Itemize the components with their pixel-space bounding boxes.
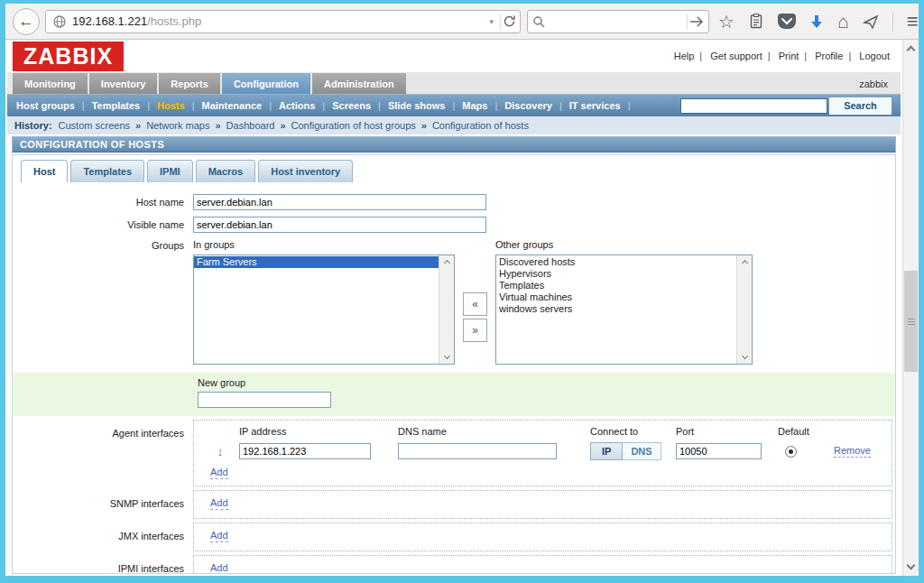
- logged-in-user[interactable]: zabbix: [859, 79, 888, 89]
- host-config-panel: Host Templates IPMI Macros Host inventor…: [12, 154, 896, 574]
- subnav-it-services[interactable]: IT services: [569, 100, 638, 111]
- tab-ipmi[interactable]: IPMI: [147, 160, 193, 182]
- search-button[interactable]: Search: [829, 97, 892, 115]
- bookmark-star-icon[interactable]: ☆: [718, 13, 735, 31]
- browser-window: ← 192.168.1.221/hosts.php ▾ ☆: [0, 0, 924, 583]
- nav-tab-monitoring[interactable]: Monitoring: [13, 73, 88, 94]
- default-radio[interactable]: [785, 446, 797, 458]
- visible-name-input[interactable]: [193, 217, 486, 233]
- scroll-up-icon[interactable]: [741, 260, 747, 266]
- search-icon: [532, 15, 545, 28]
- print-link[interactable]: Print: [779, 51, 812, 61]
- agent-port-input[interactable]: [676, 443, 762, 459]
- home-icon[interactable]: ⌂: [837, 13, 849, 31]
- scroll-down-icon[interactable]: [903, 560, 919, 574]
- header-links: Help Get support Print Profile Logout: [674, 51, 890, 61]
- profile-link[interactable]: Profile: [815, 51, 856, 61]
- pocket-icon[interactable]: [778, 14, 796, 29]
- zabbix-logo[interactable]: ZABBIX: [13, 42, 124, 71]
- scroll-down-icon[interactable]: [443, 353, 449, 359]
- hamburger-menu-icon[interactable]: ≡: [907, 13, 918, 31]
- tab-macros[interactable]: Macros: [196, 160, 256, 182]
- scroll-up-icon[interactable]: [443, 260, 449, 266]
- add-agent-interface-link[interactable]: Add: [210, 467, 228, 479]
- connect-to-toggle: IP DNS: [590, 442, 666, 460]
- scroll-up-icon[interactable]: [903, 42, 919, 56]
- send-to-device-icon[interactable]: [863, 14, 879, 30]
- nav-tab-administration[interactable]: Administration: [312, 73, 406, 94]
- nav-tab-reports[interactable]: Reports: [159, 73, 220, 94]
- ip-address-header: IP address: [239, 424, 373, 442]
- subnav-actions[interactable]: Actions: [279, 100, 332, 111]
- list-item[interactable]: Farm Servers: [194, 256, 439, 268]
- help-link[interactable]: Help: [674, 51, 707, 61]
- host-name-input[interactable]: [193, 194, 486, 210]
- subnav-templates[interactable]: Templates: [92, 100, 157, 111]
- ipmi-interfaces-label: IPMI interfaces: [13, 555, 193, 574]
- downloads-icon[interactable]: [809, 14, 824, 29]
- subnav-hosts[interactable]: Hosts: [157, 100, 201, 111]
- list-item[interactable]: Virtual machines: [496, 292, 736, 303]
- browser-search-bar[interactable]: [527, 10, 709, 33]
- agent-dns-input[interactable]: [398, 443, 557, 459]
- history-config-hosts[interactable]: Configuration of hosts: [432, 120, 529, 131]
- snmp-interfaces-label: SNMP interfaces: [13, 490, 193, 519]
- connect-ip-button[interactable]: IP: [590, 442, 623, 460]
- drag-handle-icon[interactable]: ↕: [201, 445, 239, 458]
- agent-ip-input[interactable]: [239, 443, 371, 459]
- subnav-maps[interactable]: Maps: [462, 100, 504, 111]
- page-content: ZABBIX Help Get support Print Profile Lo…: [5, 40, 902, 576]
- list-item[interactable]: Templates: [496, 280, 736, 292]
- back-button[interactable]: ←: [13, 8, 40, 35]
- zabbix-search-input[interactable]: [680, 98, 827, 114]
- list-item[interactable]: windows servers: [496, 303, 736, 315]
- scrollbar-thumb[interactable]: [904, 271, 918, 372]
- add-ipmi-interface-link[interactable]: Add: [210, 562, 228, 574]
- in-groups-listbox[interactable]: Farm Servers: [193, 254, 455, 365]
- url-path: /hosts.php: [147, 14, 201, 28]
- reload-icon[interactable]: [503, 14, 516, 28]
- in-groups-label: In groups: [193, 239, 455, 250]
- host-form: Host name Visible name Groups In groups: [13, 182, 895, 574]
- jmx-interfaces-box: Add: [193, 523, 892, 551]
- history-network-maps[interactable]: Network maps: [146, 120, 226, 131]
- subnav-host-groups[interactable]: Host groups: [16, 100, 92, 111]
- nav-tab-inventory[interactable]: Inventory: [89, 73, 158, 94]
- other-groups-scrollbar[interactable]: [736, 255, 752, 364]
- subnav-slide-shows[interactable]: Slide shows: [388, 100, 462, 111]
- subnav-discovery[interactable]: Discovery: [504, 100, 568, 111]
- browser-search-input[interactable]: [545, 15, 685, 28]
- list-item[interactable]: Hypervisors: [496, 268, 736, 280]
- add-snmp-interface-link[interactable]: Add: [210, 497, 228, 510]
- reading-list-icon[interactable]: [748, 13, 764, 30]
- other-groups-listbox[interactable]: Discovered hosts Hypervisors Templates V…: [495, 254, 753, 365]
- subnav-maintenance[interactable]: Maintenance: [202, 100, 280, 111]
- page-scrollbar[interactable]: [902, 40, 919, 576]
- logout-link[interactable]: Logout: [859, 51, 890, 61]
- in-groups-scrollbar[interactable]: [439, 255, 454, 364]
- tab-host-inventory[interactable]: Host inventory: [258, 160, 353, 182]
- url-dropdown-icon[interactable]: ▾: [485, 17, 498, 26]
- history-custom-screens[interactable]: Custom screens: [59, 120, 147, 131]
- move-to-in-groups-button[interactable]: «: [463, 292, 487, 316]
- url-bar[interactable]: 192.168.1.221/hosts.php ▾: [45, 10, 521, 33]
- nav-tab-configuration[interactable]: Configuration: [222, 73, 310, 94]
- zabbix-search: Search: [680, 97, 892, 115]
- go-arrow-icon[interactable]: [689, 16, 704, 27]
- remove-interface-link[interactable]: Remove: [834, 445, 871, 458]
- new-group-input[interactable]: [198, 392, 331, 408]
- connect-dns-button[interactable]: DNS: [623, 442, 661, 460]
- subnav-screens[interactable]: Screens: [332, 100, 388, 111]
- add-jmx-interface-link[interactable]: Add: [210, 530, 228, 542]
- get-support-link[interactable]: Get support: [710, 51, 775, 61]
- url-host: 192.168.1.221: [72, 14, 147, 28]
- tab-templates[interactable]: Templates: [70, 160, 144, 182]
- port-header: Port: [676, 424, 763, 442]
- search-divider: [687, 14, 688, 30]
- history-dashboard[interactable]: Dashboard: [226, 120, 291, 131]
- move-to-other-groups-button[interactable]: »: [463, 319, 487, 342]
- scroll-down-icon[interactable]: [741, 353, 747, 359]
- history-config-host-groups[interactable]: Configuration of host groups: [291, 120, 432, 131]
- list-item[interactable]: Discovered hosts: [496, 256, 736, 268]
- tab-host[interactable]: Host: [21, 160, 68, 182]
